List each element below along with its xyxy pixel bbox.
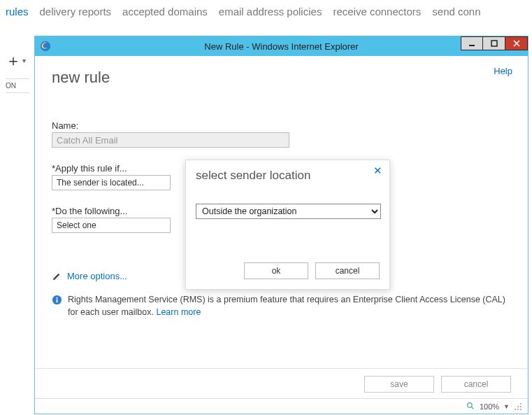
help-link[interactable]: Help <box>494 66 512 76</box>
info-icon <box>52 295 62 305</box>
minimize-button[interactable] <box>461 36 483 50</box>
info-text-container: Rights Management Service (RMS) is a pre… <box>68 294 511 318</box>
svg-point-14 <box>517 409 519 410</box>
magnifier-icon <box>466 402 475 411</box>
do-following-select[interactable]: Select one <box>52 218 171 233</box>
svg-rect-6 <box>57 300 58 303</box>
tab-email-address-policies[interactable]: email address policies <box>219 6 322 17</box>
window-buttons <box>461 36 528 50</box>
sender-location-modal: ✕ select sender location Outside the org… <box>185 160 390 290</box>
modal-title: select sender location <box>196 169 380 183</box>
statusbar: 100% ▼ <box>35 398 528 414</box>
modal-cancel-button[interactable]: cancel <box>315 262 380 279</box>
svg-rect-7 <box>57 297 58 299</box>
svg-point-11 <box>520 406 522 407</box>
name-input[interactable] <box>52 132 289 148</box>
learn-more-link[interactable]: Learn more <box>156 307 201 317</box>
maximize-icon <box>491 40 498 47</box>
on-column-header: ON <box>6 78 29 93</box>
pencil-icon <box>52 272 62 281</box>
svg-point-8 <box>468 403 473 408</box>
add-rule-button[interactable]: ＋ ▾ <box>6 53 29 69</box>
nav-tabs: rules delivery reports accepted domains … <box>0 0 532 20</box>
svg-point-15 <box>515 409 516 410</box>
sender-location-select[interactable]: Outside the organization <box>196 204 381 219</box>
tab-rules[interactable]: rules <box>6 6 29 17</box>
info-text: Rights Management Service (RMS) is a pre… <box>68 295 505 317</box>
footer: save cancel <box>35 368 528 398</box>
page-title: new rule <box>52 69 511 87</box>
svg-rect-2 <box>491 41 497 46</box>
svg-line-9 <box>471 407 473 409</box>
tab-send-connectors[interactable]: send conn <box>432 6 480 17</box>
info-row: Rights Management Service (RMS) is a pre… <box>52 294 511 318</box>
tab-delivery-reports[interactable]: delivery reports <box>40 6 112 17</box>
maximize-button[interactable] <box>483 36 505 50</box>
name-label: Name: <box>52 120 511 131</box>
left-tools: ＋ ▾ ON <box>6 53 29 93</box>
svg-point-10 <box>520 403 522 405</box>
name-field: Name: <box>52 120 511 148</box>
modal-buttons: ok cancel <box>244 262 380 279</box>
window-title: New Rule - Windows Internet Explorer <box>35 41 528 52</box>
ie-icon <box>39 40 52 52</box>
cancel-button[interactable]: cancel <box>441 376 511 393</box>
save-button[interactable]: save <box>364 376 434 393</box>
zoom-value: 100% <box>480 402 499 411</box>
modal-close-button[interactable]: ✕ <box>373 164 382 177</box>
ie-window: New Rule - Windows Internet Explorer Hel… <box>34 36 529 414</box>
more-options-text: More options... <box>67 271 127 281</box>
modal-ok-button[interactable]: ok <box>244 262 308 279</box>
zoom-caret-icon[interactable]: ▼ <box>503 403 510 410</box>
close-icon <box>513 40 520 47</box>
plus-icon: ＋ <box>6 53 21 69</box>
close-button[interactable] <box>505 36 528 50</box>
minimize-icon <box>468 40 475 47</box>
svg-point-13 <box>517 406 519 407</box>
svg-rect-1 <box>469 45 475 46</box>
svg-point-12 <box>520 409 522 410</box>
resize-grip-icon[interactable] <box>514 402 522 411</box>
tab-accepted-domains[interactable]: accepted domains <box>122 6 208 17</box>
window-titlebar: New Rule - Windows Internet Explorer <box>35 36 528 56</box>
dropdown-caret-icon: ▾ <box>22 53 26 69</box>
tab-receive-connectors[interactable]: receive connectors <box>333 6 421 17</box>
apply-rule-select[interactable]: The sender is located... <box>52 175 171 190</box>
